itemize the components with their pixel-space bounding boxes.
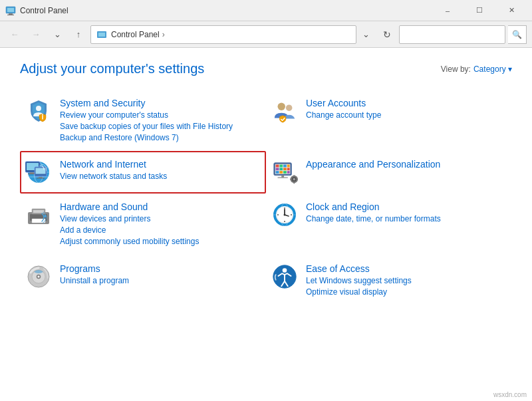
clock-region-text: Clock and Region Change date, time, or n… [306,201,507,225]
view-devices-link[interactable]: View devices and printers [60,213,261,225]
svg-rect-5 [98,33,105,37]
page-header: Adjust your computer's settings View by:… [20,61,512,76]
appearance-icon [271,159,298,186]
svg-rect-22 [37,178,45,179]
clock-region-name[interactable]: Clock and Region [306,201,507,212]
svg-point-8 [278,103,285,110]
svg-point-71 [283,268,287,273]
search-icon[interactable]: 🔍 [508,25,527,44]
minimize-button[interactable]: – [432,0,463,21]
windows-suggest-link[interactable]: Let Windows suggest settings [306,275,507,287]
svg-rect-38 [278,178,288,178]
user-accounts-icon [271,98,298,124]
network-status-link[interactable]: View network status and tasks [60,171,261,182]
window-controls: – ☐ ✕ [432,0,527,21]
category-user-accounts[interactable]: User Accounts Change account type [266,90,512,151]
address-path[interactable]: Control Panel › [90,25,356,44]
ease-of-access-icon [271,263,298,290]
file-history-link[interactable]: Save backup copies of your files with Fi… [60,121,261,132]
user-accounts-name[interactable]: User Accounts [306,98,507,108]
svg-rect-30 [279,168,283,171]
close-button[interactable]: ✕ [496,0,527,21]
svg-rect-26 [279,165,283,168]
svg-rect-36 [287,171,290,174]
path-separator: › [162,30,165,39]
svg-rect-25 [276,165,279,168]
hardware-sound-icon [25,201,52,228]
category-programs[interactable]: Programs Uninstall a program [20,255,266,306]
ease-of-access-name[interactable]: Ease of Access [306,263,507,274]
network-internet-name[interactable]: Network and Internet [60,159,261,170]
view-by-control: View by: Category ▾ [441,65,512,74]
back-button[interactable]: ← [5,25,24,44]
svg-rect-28 [287,165,290,168]
category-appearance[interactable]: Appearance and Personalization [266,151,512,194]
network-internet-text: Network and Internet View network status… [60,159,261,182]
svg-point-6 [36,106,41,111]
recent-locations-button[interactable]: ⌄ [48,25,66,44]
review-status-link[interactable]: Review your computer's status [60,110,261,121]
svg-rect-31 [283,168,287,171]
category-clock-region[interactable]: Clock and Region Change date, time, or n… [266,194,512,255]
svg-rect-43 [293,183,295,184]
svg-rect-34 [279,171,283,174]
category-ease-of-access[interactable]: Ease of Access Let Windows suggest setti… [266,255,512,306]
clock-region-icon [271,201,298,228]
address-bar: ← → ⌄ ↑ Control Panel › ⌄ ↻ 🔍 [0,21,532,48]
add-device-link[interactable]: Add a device [60,225,261,236]
svg-rect-37 [281,176,284,178]
programs-name[interactable]: Programs [60,263,261,274]
hardware-sound-name[interactable]: Hardware and Sound [60,201,261,212]
mobility-settings-link[interactable]: Adjust commonly used mobility settings [60,236,261,247]
title-bar: Control Panel – ☐ ✕ [0,0,532,21]
system-security-name[interactable]: System and Security [60,98,261,108]
svg-rect-2 [9,13,13,15]
svg-rect-42 [293,176,295,177]
svg-point-68 [38,275,40,277]
svg-rect-21 [39,177,43,178]
appearance-name[interactable]: Appearance and Personalization [306,159,507,170]
date-time-link[interactable]: Change date, time, or number formats [306,213,507,225]
optimize-visual-link[interactable]: Optimize visual display [306,287,507,298]
app-icon [5,5,16,16]
search-input[interactable] [399,25,505,44]
svg-point-7 [42,114,43,116]
category-hardware-sound[interactable]: Hardware and Sound View devices and prin… [20,194,266,255]
category-system-security[interactable]: System and Security Review your computer… [20,90,266,151]
svg-rect-33 [276,171,279,174]
maximize-button[interactable]: ☐ [464,0,495,21]
dropdown-arrow-button[interactable]: ⌄ [356,25,375,44]
appearance-text: Appearance and Personalization [306,159,507,171]
category-network-internet[interactable]: Network and Internet View network status… [20,151,266,194]
uninstall-program-link[interactable]: Uninstall a program [60,275,261,287]
watermark: wsxdn.com [493,391,527,398]
svg-rect-45 [297,179,298,180]
svg-rect-29 [276,168,279,171]
up-button[interactable]: ↑ [69,25,88,44]
refresh-button[interactable]: ↻ [378,25,396,44]
svg-rect-1 [7,8,14,12]
path-segment: Control Panel [111,30,160,39]
system-security-text: System and Security Review your computer… [60,98,261,143]
programs-icon [25,263,52,290]
svg-rect-49 [33,210,44,213]
forward-button[interactable]: → [27,25,45,44]
network-internet-icon [25,159,52,186]
svg-rect-35 [283,171,287,174]
hardware-sound-text: Hardware and Sound View devices and prin… [60,201,261,247]
categories-grid: System and Security Review your computer… [20,90,512,305]
svg-rect-3 [7,15,14,15]
svg-point-9 [286,104,293,111]
svg-rect-32 [287,168,290,171]
main-content: Adjust your computer's settings View by:… [0,48,532,401]
view-by-label: View by: [441,65,471,74]
svg-rect-27 [283,165,287,168]
backup-restore-link[interactable]: Backup and Restore (Windows 7) [60,132,261,144]
view-by-value[interactable]: Category ▾ [473,65,512,74]
programs-text: Programs Uninstall a program [60,263,261,287]
user-accounts-text: User Accounts Change account type [306,98,507,121]
ease-of-access-text: Ease of Access Let Windows suggest setti… [306,263,507,298]
change-account-link[interactable]: Change account type [306,110,507,121]
system-security-icon [25,98,52,124]
svg-rect-44 [290,179,291,180]
